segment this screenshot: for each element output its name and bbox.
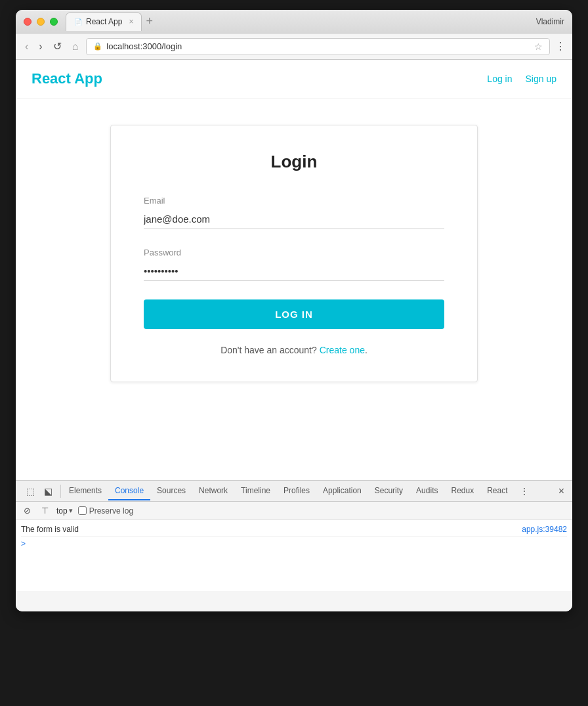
tab-elements[interactable]: Elements	[62, 482, 108, 500]
tab-audits[interactable]: Audits	[410, 482, 444, 500]
app-logo[interactable]: React App	[32, 70, 102, 87]
password-input[interactable]	[144, 261, 444, 281]
footer-period: .	[365, 345, 368, 355]
devtools-more-icon[interactable]: ⋮	[516, 483, 533, 499]
browser-window: 📄 React App × + Vladimir ‹ › ↺ ⌂ 🔒 local…	[16, 10, 572, 611]
email-label: Email	[144, 196, 444, 206]
tab-redux[interactable]: Redux	[444, 482, 480, 500]
refresh-button[interactable]: ↺	[51, 39, 64, 54]
filter-icon[interactable]: ⊤	[39, 504, 51, 517]
footer-text: Don't have an account?	[220, 345, 317, 355]
tab-console[interactable]: Console	[108, 482, 150, 500]
lock-icon: 🔒	[93, 42, 102, 51]
main-content: Login Email Password LOG IN Don't have a…	[16, 99, 572, 479]
context-dropdown-icon[interactable]: ▾	[69, 506, 73, 515]
devtools-icons: ⬚ ⬕	[18, 485, 61, 498]
minimize-window-button[interactable]	[37, 18, 45, 26]
password-form-group: Password	[144, 248, 444, 281]
page-content: React App Log in Sign up Login Email Pas…	[16, 60, 572, 480]
tab-network[interactable]: Network	[192, 482, 234, 500]
traffic-lights	[24, 18, 58, 26]
clear-console-icon[interactable]: ⊘	[21, 504, 33, 517]
devtools-panel: ⬚ ⬕ Elements Console Sources Network Tim…	[16, 480, 572, 611]
login-title: Login	[144, 152, 444, 172]
tab-title: React App	[86, 17, 122, 26]
console-log-source[interactable]: app.js:39482	[522, 525, 567, 534]
header-nav: Log in Sign up	[487, 74, 556, 84]
console-log-text: The form is valid	[21, 525, 79, 534]
tab-timeline[interactable]: Timeline	[234, 482, 277, 500]
login-button[interactable]: LOG IN	[144, 299, 444, 329]
device-toolbar-icon[interactable]: ⬕	[41, 485, 55, 498]
signup-link[interactable]: Sign up	[526, 74, 556, 84]
preserve-log-checkbox[interactable]	[78, 506, 87, 515]
email-input[interactable]	[144, 210, 444, 229]
address-bar: ‹ › ↺ ⌂ 🔒 localhost:3000/login ☆ ⋮	[16, 33, 572, 60]
devtools-toolbar: ⊘ ⊤ top ▾ Preserve log	[16, 502, 572, 520]
browser-tab[interactable]: 📄 React App ×	[66, 12, 142, 31]
tab-react[interactable]: React	[480, 482, 514, 500]
new-tab-button[interactable]: +	[146, 14, 153, 28]
app-header: React App Log in Sign up	[16, 60, 572, 99]
email-form-group: Email	[144, 196, 444, 229]
title-bar: 📄 React App × + Vladimir	[16, 10, 572, 33]
tab-favicon-icon: 📄	[74, 18, 82, 26]
forward-button[interactable]: ›	[36, 39, 45, 54]
tab-close-icon[interactable]: ×	[129, 17, 133, 26]
url-bar[interactable]: 🔒 localhost:3000/login ☆	[86, 38, 550, 55]
login-link[interactable]: Log in	[487, 74, 512, 84]
console-log-row: The form is valid app.js:39482	[21, 523, 567, 537]
tab-sources[interactable]: Sources	[150, 482, 192, 500]
create-account-link[interactable]: Create one	[320, 345, 365, 355]
devtools-console: The form is valid app.js:39482 >	[16, 520, 572, 591]
tab-application[interactable]: Application	[316, 482, 368, 500]
password-label: Password	[144, 248, 444, 257]
devtools-tab-bar: ⬚ ⬕ Elements Console Sources Network Tim…	[16, 481, 572, 502]
maximize-window-button[interactable]	[50, 18, 58, 26]
tab-bar: 📄 React App × +	[66, 12, 536, 31]
preserve-log-text: Preserve log	[89, 506, 133, 516]
url-text: localhost:3000/login	[106, 41, 182, 51]
login-footer: Don't have an account? Create one.	[144, 345, 444, 355]
context-value: top	[56, 506, 68, 516]
console-prompt[interactable]: >	[21, 537, 567, 551]
back-button[interactable]: ‹	[22, 39, 31, 54]
tab-profiles[interactable]: Profiles	[277, 482, 316, 500]
tab-security[interactable]: Security	[368, 482, 410, 500]
context-selector[interactable]: top ▾	[56, 506, 73, 516]
browser-menu-icon[interactable]: ⋮	[555, 40, 566, 53]
login-card: Login Email Password LOG IN Don't have a…	[110, 125, 478, 382]
inspect-element-icon[interactable]: ⬚	[24, 485, 37, 498]
user-name: Vladimir	[536, 17, 564, 26]
bookmark-icon[interactable]: ☆	[534, 41, 543, 52]
home-button[interactable]: ⌂	[70, 39, 81, 54]
devtools-close-icon[interactable]: ×	[553, 485, 570, 497]
preserve-log-label[interactable]: Preserve log	[78, 506, 133, 516]
close-window-button[interactable]	[24, 18, 32, 26]
